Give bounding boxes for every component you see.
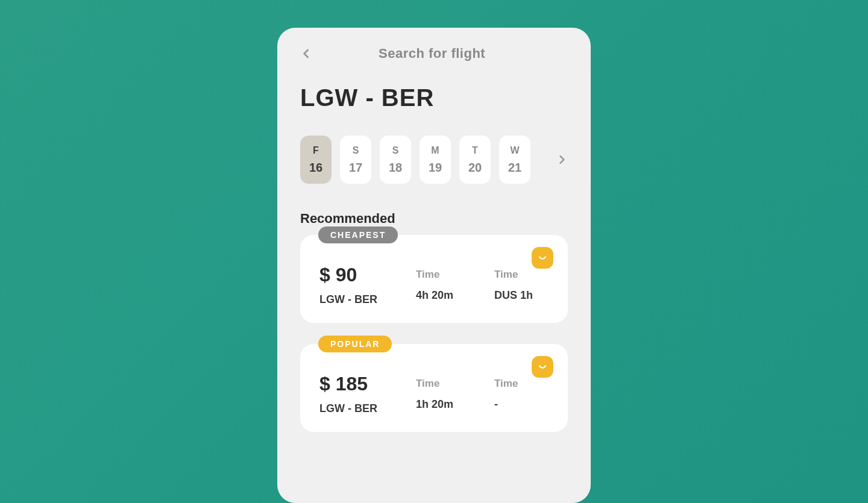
date-item[interactable]: W 21 (499, 136, 530, 184)
chevron-right-icon (556, 154, 568, 166)
cheapest-badge: CHEAPEST (318, 227, 398, 243)
airline-icon (532, 356, 553, 378)
date-item[interactable]: F 16 (300, 136, 332, 184)
date-item[interactable]: S 17 (340, 136, 371, 184)
flight-card[interactable]: CHEAPEST $ 90 LGW - BER Time 4h 20m Time… (300, 235, 568, 323)
time-label: Time (494, 269, 555, 281)
flight-price: $ 90 (319, 264, 416, 286)
date-weekday: S (353, 145, 359, 156)
date-weekday: T (472, 145, 478, 156)
date-number: 17 (349, 161, 362, 175)
date-number: 16 (309, 161, 322, 175)
header: Search for flight (300, 46, 568, 61)
date-weekday: F (313, 145, 319, 156)
time-label: Time (416, 269, 494, 281)
section-title: Recommended (300, 211, 568, 227)
flight-duration: 4h 20m (416, 289, 494, 302)
date-item[interactable]: T 20 (459, 136, 491, 184)
time-label: Time (494, 378, 555, 390)
route-heading: LGW - BER (300, 84, 568, 111)
smile-icon (536, 252, 549, 264)
flight-price: $ 185 (319, 373, 416, 395)
smile-icon (536, 361, 549, 373)
flight-duration: 1h 20m (416, 398, 494, 411)
flight-card[interactable]: POPULAR $ 185 LGW - BER Time 1h 20m Time… (300, 344, 568, 432)
date-weekday: W (510, 145, 519, 156)
chevron-left-icon (300, 48, 312, 60)
date-number: 21 (508, 161, 521, 175)
app-container: Search for flight LGW - BER F 16 S 17 S … (277, 28, 591, 503)
date-number: 19 (429, 161, 442, 175)
date-weekday: M (431, 145, 439, 156)
popular-badge: POPULAR (318, 336, 392, 352)
airline-icon (532, 247, 553, 269)
next-dates-button[interactable] (556, 154, 568, 166)
date-selector: F 16 S 17 S 18 M 19 T 20 W 21 (300, 136, 568, 184)
date-number: 20 (468, 161, 482, 175)
flight-route: LGW - BER (319, 402, 416, 415)
date-number: 18 (389, 161, 402, 175)
flight-route: LGW - BER (319, 293, 416, 306)
flight-layover: - (494, 398, 555, 411)
date-weekday: S (392, 145, 399, 156)
time-label: Time (416, 378, 494, 390)
page-title: Search for flight (379, 46, 485, 61)
back-button[interactable] (300, 48, 312, 60)
date-item[interactable]: M 19 (420, 136, 451, 184)
flight-layover: DUS 1h (494, 289, 555, 302)
date-item[interactable]: S 18 (380, 136, 411, 184)
